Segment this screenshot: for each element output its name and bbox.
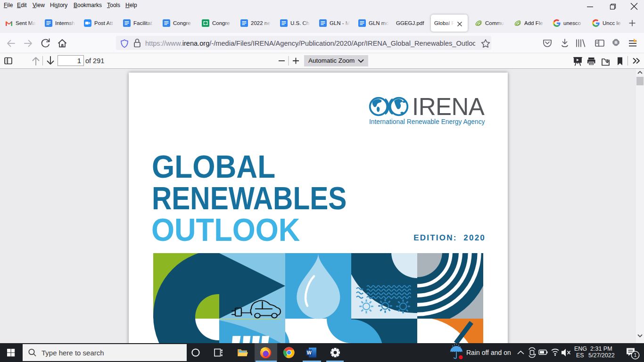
svg-text:1: 1 bbox=[634, 352, 637, 358]
svg-text:W: W bbox=[307, 350, 312, 355]
